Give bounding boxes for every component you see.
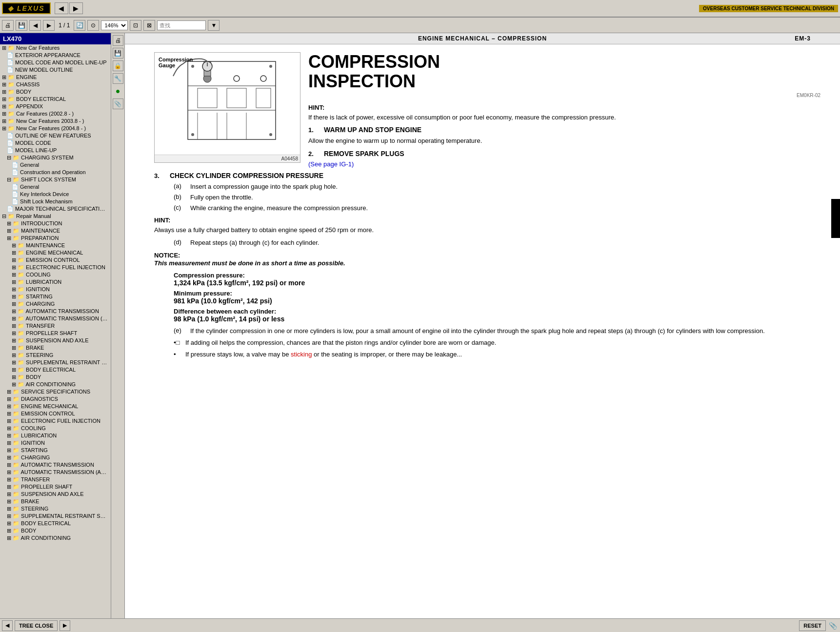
- tree-item-ignition2[interactable]: ⊞ 📁 IGNITION: [0, 286, 111, 293]
- tree-item-service-specs[interactable]: ⊞ 📁 SERVICE SPECIFICATIONS: [0, 388, 111, 395]
- reset-button[interactable]: RESET: [799, 620, 826, 631]
- tree-item-transfer1[interactable]: ⊞ 📁 TRANSFER: [0, 476, 111, 483]
- tree-item-starting2[interactable]: ⊞ 📁 STARTING: [0, 293, 111, 300]
- tree-item-model-lineup[interactable]: 📄 MODEL LINE-UP: [0, 147, 111, 154]
- step-2-link[interactable]: (See page IG-1): [308, 160, 354, 168]
- zoom-select[interactable]: 146%100%75%: [101, 20, 128, 30]
- hint-label-2: HINT:: [154, 217, 820, 224]
- tree-item-starting1[interactable]: ⊞ 📁 STARTING: [0, 447, 111, 454]
- tree-item-engine[interactable]: ⊞ 📁 ENGINE: [0, 74, 111, 81]
- prev-page-button[interactable]: ◀: [29, 20, 41, 31]
- tree-item-charging-sys[interactable]: ⊟ 📁 CHARGING SYSTEM: [0, 154, 111, 161]
- tree-item-body[interactable]: ⊞ 📁 BODY: [0, 88, 111, 96]
- side-icon-tools[interactable]: 🔧: [113, 73, 123, 84]
- tree-item-major-tech[interactable]: 📄 MAJOR TECHNICAL SPECIFICATIONS: [0, 205, 111, 213]
- tree-item-charging1[interactable]: ⊞ 📁 CHARGING: [0, 454, 111, 461]
- tree-item-body-elec1[interactable]: ⊞ 📁 BODY ELECTRICAL: [0, 520, 111, 527]
- tree-item-suspension2[interactable]: ⊞ 📁 SUSPENSION AND AXLE: [0, 337, 111, 344]
- tree-item-diagnostics[interactable]: ⊞ 📁 DIAGNOSTICS: [0, 395, 111, 403]
- bottom-prev-button[interactable]: ◀: [2, 620, 13, 631]
- side-icon-lock[interactable]: 🔒: [113, 60, 123, 71]
- tree-item-new-model[interactable]: 📄 NEW MODEL OUTLINE: [0, 66, 111, 74]
- side-icon-circle[interactable]: ●: [113, 86, 123, 97]
- diagram-box: CompressionGauge: [154, 52, 300, 163]
- tree-item-body-elec2[interactable]: ⊞ 📁 BODY ELECTRICAL: [0, 366, 111, 374]
- tree-item-model-code[interactable]: 📄 MODEL CODE AND MODEL LINE-UP: [0, 59, 111, 66]
- tree-item-construction[interactable]: 📄 Construction and Operation: [0, 169, 111, 176]
- tree-item-body1[interactable]: ⊞ 📁 BODY: [0, 527, 111, 534]
- tree-item-general2[interactable]: 📄 General: [0, 183, 111, 191]
- tree-item-body2[interactable]: ⊞ 📁 BODY: [0, 374, 111, 381]
- tree-item-engine-mech[interactable]: ⊞ 📁 ENGINE MECHANICAL: [0, 249, 111, 257]
- tree-item-maintenance[interactable]: ⊞ 📁 MAINTENANCE: [0, 227, 111, 235]
- side-icon-print[interactable]: 🖨: [113, 35, 123, 46]
- tree-item-efi[interactable]: ⊞ 📁 ELECTRONIC FUEL INJECTION: [0, 264, 111, 271]
- tree-close-button[interactable]: TREE CLOSE: [15, 620, 58, 631]
- print-button[interactable]: 🖨: [2, 20, 14, 31]
- tree-item-ac1[interactable]: ⊞ 📁 AIR CONDITIONING: [0, 534, 111, 542]
- spec-value-2: 981 kPa (10.0 kgf/cm², 142 psi): [174, 297, 820, 305]
- content-area[interactable]: ENGINE MECHANICAL – COMPRESSION EM-3 Com…: [125, 33, 840, 618]
- tree-item-preparation[interactable]: ⊞ 📁 PREPARATION: [0, 235, 111, 242]
- next-page-button[interactable]: ▶: [43, 20, 55, 31]
- tree-item-shift-lock[interactable]: ⊟ 📁 SHIFT LOCK SYSTEM: [0, 176, 111, 183]
- svg-point-15: [191, 133, 194, 136]
- tree-item-brake1[interactable]: ⊞ 📁 BRAKE: [0, 498, 111, 505]
- tree-item-maintenance2[interactable]: ⊞ 📁 MAINTENANCE: [0, 242, 111, 249]
- tree-item-ac2[interactable]: ⊞ 📁 AIR CONDITIONING: [0, 381, 111, 388]
- tree-item-emission1[interactable]: ⊞ 📁 EMISSION CONTROL: [0, 410, 111, 417]
- tree-item-suspension1[interactable]: ⊞ 📁 SUSPENSION AND AXLE: [0, 491, 111, 498]
- svg-rect-0: [188, 61, 276, 139]
- tree-item-brake2[interactable]: ⊞ 📁 BRAKE: [0, 344, 111, 352]
- tree-item-ignition1[interactable]: ⊞ 📁 IGNITION: [0, 439, 111, 447]
- tree-item-engine-mech1[interactable]: ⊞ 📁 ENGINE MECHANICAL: [0, 403, 111, 410]
- search-input[interactable]: [157, 20, 206, 30]
- tree-item-body-electrical[interactable]: ⊞ 📁 BODY ELECTRICAL: [0, 96, 111, 103]
- tree-item-cooling2[interactable]: ⊞ 📁 COOLING: [0, 271, 111, 278]
- stop-button[interactable]: ⊙: [87, 20, 99, 31]
- zoom-width-button[interactable]: ⊠: [143, 20, 155, 31]
- tree-item-transfer2[interactable]: ⊞ 📁 TRANSFER: [0, 322, 111, 330]
- forward-button[interactable]: ▶: [69, 2, 83, 14]
- tree-item-propeller1[interactable]: ⊞ 📁 PROPELLER SHAFT: [0, 483, 111, 491]
- tree-item-appendix[interactable]: ⊞ 📁 APPENDIX: [0, 103, 111, 110]
- tree-item-intro[interactable]: ⊞ 📁 INTRODUCTION: [0, 220, 111, 227]
- tree-item-auto-trans-a750f[interactable]: ⊞ 📁 AUTOMATIC TRANSMISSION (A750F): [0, 315, 111, 322]
- tree-item-charging2[interactable]: ⊞ 📁 CHARGING: [0, 300, 111, 308]
- bottom-next-button[interactable]: ▶: [60, 620, 70, 631]
- tree-item-shift-lock-mech[interactable]: 📄 Shift Lock Mechanism: [0, 198, 111, 205]
- tree-item-auto-trans1[interactable]: ⊞ 📁 AUTOMATIC TRANSMISSION: [0, 461, 111, 469]
- zoom-fit-button[interactable]: ⊡: [130, 20, 141, 31]
- tree-item-model-code2[interactable]: 📄 MODEL CODE: [0, 139, 111, 147]
- tree-item-new-car-2003[interactable]: ⊞ 📁 New Car Features 2003.8 - ): [0, 118, 111, 125]
- tree-item-outline[interactable]: 📄 OUTLINE OF NEW FEATURES: [0, 132, 111, 139]
- back-button[interactable]: ◀: [55, 2, 68, 14]
- tree-item-efi1[interactable]: ⊞ 📁 ELECTRONIC FUEL INJECTION: [0, 417, 111, 425]
- tree-item-auto-trans-a750f1[interactable]: ⊞ 📁 AUTOMATIC TRANSMISSION (A750F): [0, 469, 111, 476]
- tree-item-emission[interactable]: ⊞ 📁 EMISSION CONTROL: [0, 257, 111, 264]
- tree-item-auto-trans2[interactable]: ⊞ 📁 AUTOMATIC TRANSMISSION: [0, 308, 111, 315]
- tree-item-key-interlock[interactable]: 📄 Key Interlock Device: [0, 191, 111, 198]
- tree-item-car-features-2002[interactable]: ⊞ 📁 Car Features (2002.8 - ): [0, 110, 111, 118]
- tree-item-repair-manual[interactable]: ⊟ 📁 Repair Manual: [0, 213, 111, 220]
- main-layout: LX470 ⊞ 📁 New Car Features 📄 EXTERIOR AP…: [0, 33, 840, 618]
- page-info: 1 / 1: [59, 22, 70, 29]
- save-button[interactable]: 💾: [16, 20, 27, 31]
- side-icon-clip[interactable]: 📎: [113, 99, 123, 109]
- tree-item-general1[interactable]: 📄 General: [0, 161, 111, 169]
- tree-item-propeller2[interactable]: ⊞ 📁 PROPELLER SHAFT: [0, 330, 111, 337]
- tree-item-cooling1[interactable]: ⊞ 📁 COOLING: [0, 425, 111, 432]
- tree-item-new-car-features[interactable]: ⊞ 📁 New Car Features: [0, 44, 111, 52]
- tree-item-new-car-2004[interactable]: ⊞ 📁 New Car Features (2004.8 - ): [0, 125, 111, 132]
- tree-item-chassis[interactable]: ⊞ 📁 CHASSIS: [0, 81, 111, 88]
- search-button[interactable]: ▼: [208, 20, 220, 31]
- tree-item-srs2[interactable]: ⊞ 📁 SUPPLEMENTAL RESTRAINT SYSTEM: [0, 359, 111, 366]
- tree-item-exterior[interactable]: 📄 EXTERIOR APPEARANCE: [0, 52, 111, 59]
- side-icon-save[interactable]: 💾: [113, 48, 123, 59]
- tree-item-lubrication1[interactable]: ⊞ 📁 LUBRICATION: [0, 432, 111, 439]
- tree-item-steering2[interactable]: ⊞ 📁 STEERING: [0, 352, 111, 359]
- tree-item-srs1[interactable]: ⊞ 📁 SUPPLEMENTAL RESTRAINT SYSTEM: [0, 513, 111, 520]
- refresh-button[interactable]: 🔄: [74, 20, 85, 31]
- tree-item-lubrication2[interactable]: ⊞ 📁 LUBRICATION: [0, 278, 111, 286]
- tree-item-steering1[interactable]: ⊞ 📁 STEERING: [0, 505, 111, 513]
